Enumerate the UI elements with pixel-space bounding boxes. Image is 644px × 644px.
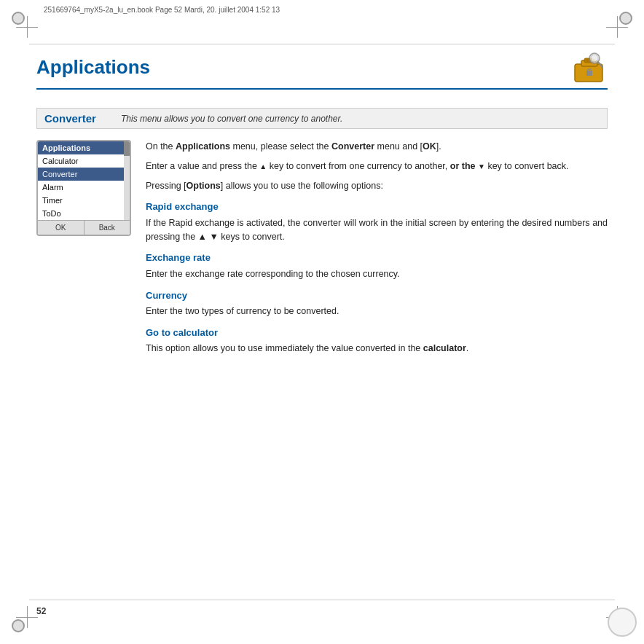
phone-scrollbar-track xyxy=(124,141,130,220)
phone-mockup: Applications Calculator Converter Alarm … xyxy=(36,140,131,236)
two-column-layout: Applications Calculator Converter Alarm … xyxy=(36,140,608,361)
phone-item-calculator: Calculator xyxy=(38,154,124,168)
arrow-down-icon xyxy=(478,161,485,171)
bottom-divider xyxy=(29,600,615,600)
exchange-rate-body: Enter the exchange rate corresponding to… xyxy=(146,267,608,281)
phone-title-bar: Applications xyxy=(38,141,124,154)
section-title: Converter xyxy=(44,112,110,125)
text-column: On the Applications menu, please select … xyxy=(146,140,608,361)
go-to-calculator-body: This option allows you to use immediatel… xyxy=(146,342,608,356)
page-number: 52 xyxy=(36,606,46,616)
bold-converter: Converter xyxy=(331,141,374,152)
circle-top-left xyxy=(12,12,25,25)
svg-rect-6 xyxy=(586,71,592,76)
top-divider xyxy=(29,44,615,44)
bold-ok: OK xyxy=(423,141,436,152)
rapid-exchange-heading: Rapid exchange xyxy=(146,200,608,214)
currency-heading: Currency xyxy=(146,288,608,303)
phone-ok-button: OK xyxy=(38,221,85,235)
svg-point-4 xyxy=(592,55,597,61)
enter-value-paragraph: Enter a value and press the key to conve… xyxy=(146,160,608,173)
phone-back-button: Back xyxy=(85,221,130,235)
page-heading: Applications xyxy=(36,51,608,90)
bold-applications: Applications xyxy=(176,141,230,152)
main-content: Applications Converter This menu allows … xyxy=(36,51,608,593)
phone-item-todo: ToDo xyxy=(38,207,124,220)
section-description: This menu allows you to convert one curr… xyxy=(121,114,342,124)
intro-paragraph: On the Applications menu, please select … xyxy=(146,140,608,154)
phone-item-converter: Converter xyxy=(38,168,124,181)
circle-bottom-left xyxy=(12,619,25,632)
top-bar-text: 251669764_myX5-2a_lu_en.book Page 52 Mar… xyxy=(44,6,600,14)
circle-top-right xyxy=(619,12,632,25)
section-header: Converter This menu allows you to conver… xyxy=(36,108,608,129)
bold-options: Options xyxy=(186,181,221,191)
bold-or: or the xyxy=(450,161,476,171)
exchange-rate-heading: Exchange rate xyxy=(146,251,608,265)
phone-buttons: OK Back xyxy=(38,220,130,235)
phone-item-timer: Timer xyxy=(38,194,124,207)
arrow-up-icon xyxy=(259,161,267,171)
circle-bottom-right xyxy=(608,608,637,637)
phone-item-alarm: Alarm xyxy=(38,181,124,194)
phone-menu-list: Applications Calculator Converter Alarm … xyxy=(38,141,124,220)
pressing-paragraph: Pressing [Options] allows you to use the… xyxy=(146,179,608,193)
phone-scrollbar-thumb xyxy=(124,141,130,156)
rapid-exchange-body: If the Rapid exchange is activated, the … xyxy=(146,216,608,244)
heading-icon xyxy=(571,51,608,84)
currency-body: Enter the two types of currency to be co… xyxy=(146,305,608,318)
go-to-calculator-heading: Go to calculator xyxy=(146,326,608,340)
heading-text: Applications xyxy=(36,56,150,79)
bold-calculator: calculator xyxy=(423,343,466,353)
